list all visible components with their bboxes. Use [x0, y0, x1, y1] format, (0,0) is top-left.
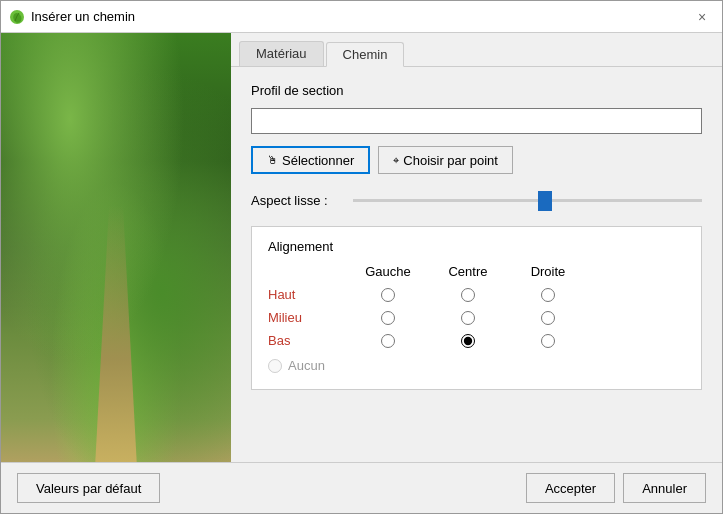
profile-input[interactable] — [251, 108, 702, 134]
dialog-footer: Valeurs par défaut Accepter Annuler — [1, 462, 722, 513]
col-gauche-header: Gauche — [348, 264, 428, 279]
radio-milieu-droite-cell — [508, 311, 588, 325]
radio-bas-gauche[interactable] — [381, 334, 395, 348]
dialog-title: Insérer un chemin — [31, 9, 135, 24]
main-dialog: Insérer un chemin × Matériau Chemin Pr — [0, 0, 723, 514]
col-droite-header: Droite — [508, 264, 588, 279]
footer-right-buttons: Accepter Annuler — [526, 473, 706, 503]
title-bar-left: Insérer un chemin — [9, 9, 135, 25]
left-image-panel — [1, 33, 231, 462]
radio-bas-droite[interactable] — [541, 334, 555, 348]
smoothness-slider-container — [353, 190, 702, 210]
profile-section-label: Profil de section — [251, 83, 702, 98]
radio-haut-droite-cell — [508, 288, 588, 302]
radio-milieu-centre[interactable] — [461, 311, 475, 325]
chemin-tab-content: Profil de section 🖱 Sélectionner ⌖ Chois… — [231, 67, 722, 462]
smoothness-row: Aspect lisse : — [251, 190, 702, 210]
point-icon: ⌖ — [393, 154, 399, 167]
right-panel: Matériau Chemin Profil de section 🖱 Séle… — [231, 33, 722, 462]
dialog-body: Matériau Chemin Profil de section 🖱 Séle… — [1, 33, 722, 462]
defaults-button[interactable]: Valeurs par défaut — [17, 473, 160, 503]
row-bas-label: Bas — [268, 333, 348, 348]
tab-materiau[interactable]: Matériau — [239, 41, 324, 66]
radio-aucun — [268, 359, 282, 373]
slider-thumb[interactable] — [538, 191, 552, 211]
radio-milieu-droite[interactable] — [541, 311, 555, 325]
path-image — [1, 33, 231, 462]
slider-track — [353, 199, 702, 202]
aucun-row: Aucun — [268, 358, 685, 373]
accept-button[interactable]: Accepter — [526, 473, 615, 503]
radio-milieu-gauche-cell — [348, 311, 428, 325]
tabs-bar: Matériau Chemin — [231, 33, 722, 67]
radio-bas-gauche-cell — [348, 334, 428, 348]
profile-buttons: 🖱 Sélectionner ⌖ Choisir par point — [251, 146, 702, 174]
row-haut-label: Haut — [268, 287, 348, 302]
radio-haut-centre-cell — [428, 288, 508, 302]
radio-bas-droite-cell — [508, 334, 588, 348]
radio-haut-centre[interactable] — [461, 288, 475, 302]
title-bar: Insérer un chemin × — [1, 1, 722, 33]
slider-fill — [353, 199, 545, 202]
alignment-title: Alignement — [268, 239, 685, 254]
col-centre-header: Centre — [428, 264, 508, 279]
row-milieu-label: Milieu — [268, 310, 348, 325]
choose-by-point-button[interactable]: ⌖ Choisir par point — [378, 146, 513, 174]
radio-haut-droite[interactable] — [541, 288, 555, 302]
close-button[interactable]: × — [690, 5, 714, 29]
radio-bas-centre-cell — [428, 334, 508, 348]
alignment-grid: Gauche Centre Droite Haut — [268, 264, 685, 348]
radio-haut-gauche[interactable] — [381, 288, 395, 302]
radio-milieu-gauche[interactable] — [381, 311, 395, 325]
radio-bas-centre[interactable] — [461, 334, 475, 348]
aucun-label: Aucun — [288, 358, 325, 373]
app-icon — [9, 9, 25, 25]
smoothness-label: Aspect lisse : — [251, 193, 341, 208]
tab-chemin[interactable]: Chemin — [326, 42, 405, 67]
alignment-section: Alignement Gauche Centre Droite Haut — [251, 226, 702, 390]
cancel-button[interactable]: Annuler — [623, 473, 706, 503]
cursor-icon: 🖱 — [267, 154, 278, 166]
radio-milieu-centre-cell — [428, 311, 508, 325]
radio-haut-gauche-cell — [348, 288, 428, 302]
select-button[interactable]: 🖱 Sélectionner — [251, 146, 370, 174]
